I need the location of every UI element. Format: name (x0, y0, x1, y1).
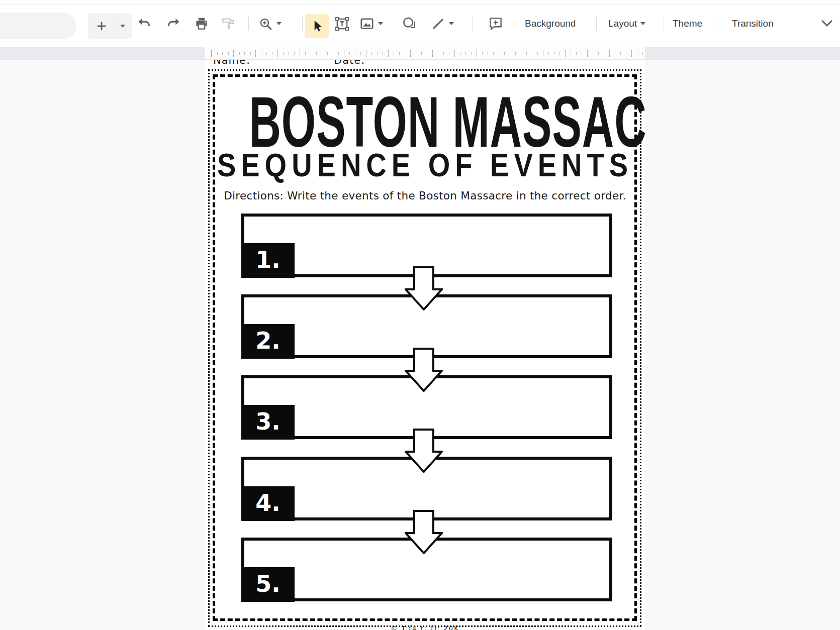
paint-format-icon (221, 17, 235, 31)
line-icon (431, 17, 445, 31)
layout-dropdown-caret-icon (640, 22, 645, 25)
theme-button-label: Theme (673, 18, 702, 29)
layout-button-label: Layout (608, 18, 637, 29)
ruler-minor-ticks (211, 52, 643, 55)
toolbar-separator (302, 17, 303, 31)
menubar-divider (0, 5, 840, 5)
toolbar-separator (596, 17, 597, 31)
toolbar-separator (248, 17, 249, 31)
collapse-chevron-icon (819, 16, 834, 31)
sequence-number-2: 2. (241, 324, 295, 359)
zoom-button[interactable] (258, 0, 282, 47)
add-comment-button[interactable] (488, 0, 503, 47)
collapse-toolbar-button[interactable] (819, 0, 834, 47)
background-button[interactable]: Background (525, 0, 576, 47)
app-window: Background Layout Theme Transition (0, 0, 840, 630)
insert-shape-button[interactable] (402, 0, 417, 47)
layout-button[interactable]: Layout (608, 0, 645, 47)
text-box-button[interactable] (334, 0, 350, 47)
image-dropdown-caret-icon[interactable] (378, 22, 383, 25)
new-slide-button[interactable] (88, 13, 132, 39)
zoom-icon (258, 17, 273, 31)
transition-button-label: Transition (732, 18, 774, 29)
down-arrow-shape[interactable] (405, 266, 443, 310)
name-label[interactable]: Name: (213, 60, 250, 66)
theme-button[interactable]: Theme (673, 0, 702, 47)
redo-button[interactable] (166, 0, 181, 47)
toolbar-separator (718, 17, 718, 31)
down-arrow-shape[interactable] (405, 348, 443, 392)
sequence-number-3: 3. (241, 405, 295, 440)
sequence-number-5: 5. (241, 567, 295, 602)
date-label[interactable]: Date: (334, 60, 365, 66)
sequence-number-4: 4. (241, 486, 295, 521)
worksheet-directions[interactable]: Directions: Write the events of the Bost… (205, 189, 645, 202)
ruler-row (0, 47, 840, 60)
new-slide-dropdown-caret-icon[interactable] (115, 13, 131, 39)
redo-icon (166, 16, 181, 31)
down-arrow-shape[interactable] (405, 429, 443, 473)
print-button[interactable] (194, 0, 209, 47)
select-cursor-icon (310, 19, 324, 33)
toolbar-pill-partial[interactable] (0, 13, 76, 39)
text-box-icon (334, 16, 350, 32)
slide-page[interactable]: Name: Date: BOSTON MASSACRE SEQUENCE OF … (205, 60, 645, 630)
print-icon (194, 16, 209, 31)
select-tool-button[interactable] (305, 14, 329, 38)
toolbar-separator (664, 17, 664, 31)
plus-icon[interactable] (88, 13, 115, 39)
transition-button[interactable]: Transition (732, 0, 774, 47)
down-arrow-shape[interactable] (405, 510, 443, 554)
editor-canvas[interactable]: Name: Date: BOSTON MASSACRE SEQUENCE OF … (0, 60, 840, 630)
undo-icon (137, 16, 152, 31)
paint-format-button[interactable] (221, 0, 235, 47)
undo-button[interactable] (137, 0, 152, 47)
worksheet-subtitle[interactable]: SEQUENCE OF EVENTS (205, 149, 645, 181)
horizontal-ruler (205, 47, 645, 59)
insert-line-button[interactable] (431, 0, 454, 47)
image-icon (359, 16, 375, 31)
toolbar: Background Layout Theme Transition (0, 0, 840, 47)
split-button-divider (115, 17, 115, 35)
add-comment-icon (488, 16, 503, 31)
shape-icon (402, 16, 417, 32)
toolbar-separator (515, 17, 515, 31)
insert-image-button[interactable] (359, 0, 383, 47)
toolbar-separator (473, 17, 473, 31)
sequence-number-1: 1. (241, 243, 295, 278)
background-button-label: Background (525, 18, 576, 29)
zoom-dropdown-caret-icon[interactable] (276, 22, 282, 25)
line-dropdown-caret-icon[interactable] (449, 22, 454, 25)
worksheet-copyright[interactable]: © T:f4 t: )): 20K (205, 624, 645, 630)
